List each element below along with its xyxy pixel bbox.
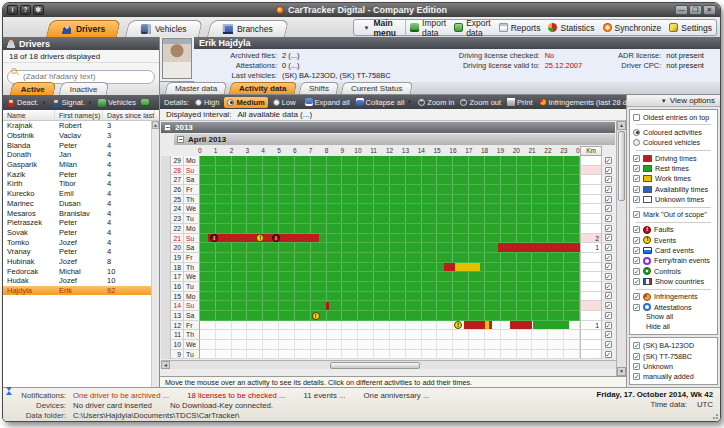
row-checkbox[interactable] <box>605 312 612 319</box>
driver-row[interactable]: HudakJozef10 <box>3 276 159 286</box>
option-controls[interactable]: Controls <box>630 266 717 276</box>
event-icon[interactable] <box>312 312 320 320</box>
tab-current-status[interactable]: Current Status <box>341 82 413 94</box>
status-item[interactable]: No driver card inserted <box>73 401 152 410</box>
show-all-link[interactable]: Show all <box>630 312 717 322</box>
scroll-left-icon[interactable]: ◄ <box>161 361 170 369</box>
row-checkbox[interactable] <box>605 176 612 183</box>
menu-item-synchronize[interactable]: Synchronize <box>599 20 666 35</box>
status-item[interactable]: 11 events ... <box>304 391 346 400</box>
row-checkbox[interactable] <box>605 331 612 338</box>
calendar-row-27-sa[interactable]: 27Sa <box>161 175 616 185</box>
option-mark-out-of-scope[interactable]: Mark "Out of scope" <box>630 210 717 220</box>
resize-grip-icon[interactable] <box>710 411 718 419</box>
row-checkbox[interactable] <box>605 351 612 358</box>
driver-row[interactable]: HajdylaErik92 <box>3 286 159 296</box>
close-button[interactable]: ✕ <box>703 5 716 15</box>
activity-track[interactable] <box>200 195 580 205</box>
vehicles-button[interactable]: Vehicles <box>96 97 138 109</box>
calendar-row-10-we[interactable]: 10We <box>161 340 616 350</box>
option-rest-times[interactable]: Rest times <box>630 163 717 173</box>
collapse-all-button[interactable]: Collapse all▼ <box>353 97 416 108</box>
activity-track[interactable] <box>200 292 580 302</box>
row-checkbox[interactable] <box>605 186 612 193</box>
row-checkbox[interactable] <box>605 205 612 212</box>
collapse-icon[interactable]: − <box>177 136 184 143</box>
calendar-row-11-th[interactable]: 11Th <box>161 330 616 340</box>
calendar-row-25-th[interactable]: 25Th <box>161 195 616 205</box>
tab-activity-data[interactable]: Activity data <box>229 82 297 94</box>
activity-track[interactable] <box>200 204 580 214</box>
event-icon[interactable] <box>454 321 462 329</box>
scroll-down-icon[interactable]: ▼ <box>617 367 626 376</box>
activity-bar-driving[interactable] <box>510 321 532 330</box>
column-header-name[interactable]: Name <box>3 110 55 120</box>
calendar-row-16-tu[interactable]: 16Tu <box>161 282 616 292</box>
help-icon[interactable]: ? <box>20 5 31 15</box>
driver-row[interactable]: FedorcakMichal10 <box>3 266 159 276</box>
driver-row[interactable]: KirthTibor4 <box>3 179 159 189</box>
activity-track[interactable] <box>200 272 580 282</box>
activity-track[interactable] <box>200 282 580 292</box>
vehicle-filter-manually-added[interactable]: manually added <box>630 372 717 382</box>
calendar-row-22-mo[interactable]: 22Mo <box>161 224 616 234</box>
column-header-days-since-last-archiv[interactable]: Days since last archiv... <box>103 110 155 120</box>
deact-button[interactable]: Deact.▼ <box>5 97 49 109</box>
vertical-scrollbar[interactable]: ▲ ▼ <box>616 121 626 376</box>
menu-item-settings[interactable]: Settings <box>665 20 716 35</box>
driver-row[interactable]: KazikPeter4 <box>3 169 159 179</box>
activity-bar-driving[interactable] <box>498 243 580 252</box>
info-icon[interactable]: i <box>7 5 18 15</box>
activity-bar-driving[interactable] <box>464 321 485 330</box>
activity-track[interactable] <box>200 224 580 234</box>
driver-row[interactable]: BlandaPeter4 <box>3 140 159 150</box>
option-oldest-entries-on-top[interactable]: Oldest entries on top <box>630 112 717 122</box>
column-header-first-name-s[interactable]: First name(s) <box>55 110 103 120</box>
row-checkbox[interactable] <box>605 225 612 232</box>
calendar-row-23-tu[interactable]: 23Tu <box>161 214 616 224</box>
tab-master-data[interactable]: Master data <box>165 82 228 94</box>
view-options-header[interactable]: ▼ View options <box>627 95 720 107</box>
menu-item-export-data[interactable]: Export data <box>450 20 495 35</box>
option-unknown-times[interactable]: Unknown times <box>630 194 717 204</box>
driver-row[interactable]: SovakPeter4 <box>3 228 159 238</box>
option-ferry-train-events[interactable]: Ferry/train events <box>630 256 717 266</box>
minimize-button[interactable]: — <box>675 5 688 15</box>
calendar-row-24-we[interactable]: 24We <box>161 204 616 214</box>
driver-row[interactable]: TomkoJozef4 <box>3 237 159 247</box>
row-checkbox[interactable] <box>605 196 612 203</box>
activity-bar-driving[interactable] <box>444 263 455 272</box>
row-checkbox[interactable] <box>605 273 612 280</box>
scroll-up-icon[interactable]: ▲ <box>152 121 159 129</box>
expand-all-button[interactable]: Expand all <box>302 97 353 108</box>
drivers-scrollbar[interactable]: ▲ <box>151 121 159 387</box>
activity-track[interactable] <box>200 175 580 185</box>
option-attestations[interactable]: Attestations <box>630 302 717 312</box>
activity-track[interactable] <box>200 340 580 350</box>
tab-inactive[interactable]: Inactive <box>59 82 109 95</box>
row-checkbox[interactable] <box>605 322 612 329</box>
tab-branches[interactable]: Branches <box>207 20 289 37</box>
status-item[interactable]: No Download-Key connected. <box>170 401 273 410</box>
row-checkbox[interactable] <box>605 302 612 309</box>
status-item[interactable]: One anniversary ... <box>364 391 430 400</box>
zoom-in-button[interactable]: Zoom in <box>415 97 457 108</box>
row-checkbox[interactable] <box>605 234 612 241</box>
driver-row[interactable]: DonathJan4 <box>3 150 159 160</box>
scroll-up-icon[interactable]: ▲ <box>617 121 626 130</box>
infringement-icon[interactable] <box>326 302 329 310</box>
calendar-row-9-tu[interactable]: 9Tu <box>161 350 616 360</box>
activity-track[interactable] <box>200 321 580 331</box>
activity-track[interactable] <box>200 301 580 311</box>
option-faults[interactable]: Faults <box>630 225 717 235</box>
row-checkbox[interactable] <box>605 292 612 299</box>
driver-row[interactable]: GasparikMilan4 <box>3 160 159 170</box>
activity-track[interactable] <box>200 350 580 360</box>
row-checkbox[interactable] <box>605 157 612 164</box>
activity-track[interactable] <box>200 311 580 321</box>
restore-button[interactable]: ❐ <box>689 5 702 15</box>
driver-row[interactable]: MesarosBranislav4 <box>3 208 159 218</box>
option-coloured-vehicles[interactable]: Coloured vehicles <box>630 138 717 148</box>
row-checkbox[interactable] <box>605 283 612 290</box>
calendar-row-29-mo[interactable]: 29Mo <box>161 156 616 166</box>
